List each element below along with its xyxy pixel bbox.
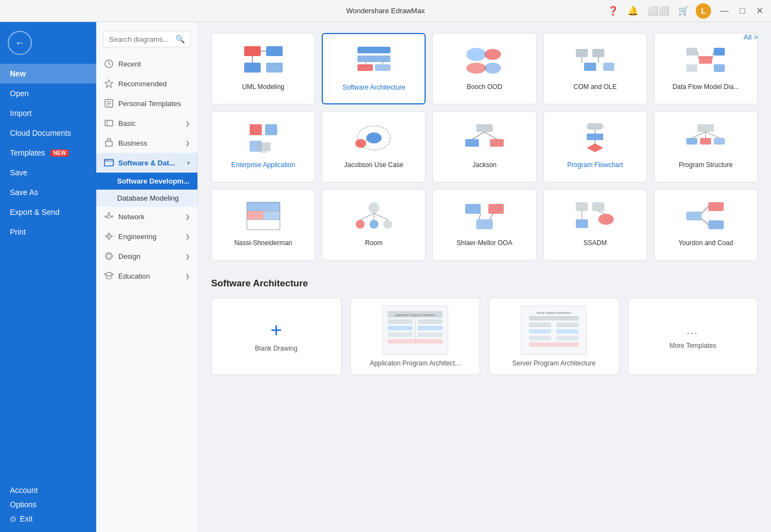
user-avatar[interactable]: L (696, 3, 711, 19)
svg-rect-75 (697, 124, 714, 132)
diagram-shlaer[interactable]: Shlaer-Mellor OOA (432, 189, 536, 261)
template-more[interactable]: … More Templates (628, 298, 758, 375)
svg-rect-101 (592, 202, 604, 211)
chevron-business: ❯ (185, 140, 190, 146)
sidebar-item-export[interactable]: Export & Send (0, 202, 96, 222)
diagram-software-arch[interactable]: Software Architecture (322, 33, 426, 104)
svg-rect-28 (266, 46, 283, 56)
svg-rect-114 (418, 319, 443, 324)
svg-rect-103 (576, 219, 588, 228)
diagram-program-struct[interactable]: Program Structure (654, 111, 758, 182)
chevron-engineering: ❯ (185, 234, 190, 240)
svg-line-94 (374, 213, 388, 220)
ssadm-label: SSADM (583, 239, 607, 248)
template-blank[interactable]: + Blank Drawing (211, 298, 342, 375)
diagram-nassi[interactable]: Nassi-Shneiderman (211, 189, 315, 261)
sidebar-label-save: Save (10, 168, 27, 177)
template-app-arch[interactable]: Application Program Architecture Applica… (350, 298, 481, 375)
category-software-dev[interactable]: Software Developm... (96, 173, 197, 190)
back-button[interactable]: ← (8, 31, 32, 55)
sidebar-item-cloud[interactable]: Cloud Documents (0, 123, 96, 143)
svg-marker-1 (105, 80, 113, 87)
bell-icon[interactable]: 🔔 (627, 5, 638, 16)
jacobson-icon (352, 120, 396, 156)
network-icon (104, 212, 114, 221)
diagram-booch[interactable]: Booch OOD (432, 33, 536, 104)
sidebar-item-import[interactable]: Import (0, 103, 96, 123)
category-education[interactable]: Education ❯ (96, 266, 197, 286)
main-layout: ← New Open Import Cloud Documents Templa… (0, 22, 771, 532)
close-button[interactable]: ✕ (754, 4, 766, 17)
apps-icon[interactable]: ⬜⬜ (647, 5, 669, 16)
svg-rect-56 (250, 124, 262, 135)
all-link[interactable]: All > (744, 33, 758, 41)
category-design[interactable]: Design ❯ (96, 246, 197, 266)
svg-point-14 (108, 213, 110, 214)
svg-rect-129 (529, 342, 579, 347)
svg-rect-78 (714, 138, 725, 145)
svg-rect-36 (375, 64, 390, 71)
category-personal[interactable]: Personal Templates (96, 93, 197, 113)
svg-rect-96 (488, 204, 504, 214)
sidebar-middle: 🔍 Recent Recommended Personal Templates (96, 22, 198, 532)
svg-point-39 (466, 48, 486, 61)
diagram-dataflow[interactable]: Data Flow Model Dia... (654, 33, 758, 104)
diagram-jacobson[interactable]: Jacobson Use Case (322, 111, 426, 182)
svg-point-42 (484, 63, 501, 74)
sidebar-item-exit[interactable]: ⊙ Exit (10, 514, 86, 523)
minimize-button[interactable]: — (718, 5, 731, 17)
diagram-enterprise[interactable]: Enterprise Application (211, 111, 315, 182)
diagram-jackson[interactable]: Jackson (432, 111, 536, 182)
cart-icon[interactable]: 🛒 (678, 5, 689, 16)
svg-rect-107 (708, 220, 724, 229)
enterprise-icon (241, 120, 285, 156)
category-basic[interactable]: Basic ❯ (96, 113, 197, 133)
diagram-grid: UML Modeling Software Architecture (211, 33, 758, 261)
category-business[interactable]: Business ❯ (96, 133, 197, 153)
chevron-software: ▾ (187, 160, 190, 166)
sidebar-item-print[interactable]: Print (0, 222, 96, 242)
com-label: COM and OLE (574, 83, 617, 92)
svg-line-69 (484, 132, 497, 139)
category-database[interactable]: Database Modeling (96, 190, 197, 207)
svg-rect-100 (576, 202, 588, 211)
sidebar-item-save[interactable]: Save (0, 163, 96, 182)
svg-point-15 (112, 216, 113, 218)
diagram-com[interactable]: COM and OLE (543, 33, 647, 104)
template-server-label: Server Program Architecture (513, 359, 596, 367)
svg-rect-43 (576, 49, 588, 57)
category-network[interactable]: Network ❯ (96, 207, 197, 226)
svg-rect-50 (714, 48, 725, 56)
template-blank-label: Blank Drawing (255, 345, 298, 352)
sidebar-item-account[interactable]: Account (10, 486, 86, 495)
svg-rect-108 (686, 212, 702, 220)
toolbar-icons: ❓ 🔔 ⬜⬜ 🛒 (608, 5, 689, 16)
sidebar-item-open[interactable]: Open (0, 84, 96, 103)
diagram-yourdon[interactable]: Yourdon and Coad (654, 189, 758, 261)
recent-icon (104, 59, 114, 69)
diagram-ssadm[interactable]: SSADM (543, 189, 647, 261)
restore-button[interactable]: □ (737, 5, 747, 17)
sidebar-label-new: New (10, 69, 26, 78)
help-icon[interactable]: ❓ (608, 5, 619, 16)
sidebar-item-saveas[interactable]: Save As (0, 182, 96, 202)
sidebar-item-templates[interactable]: Templates NEW (0, 143, 96, 163)
ssadm-icon (573, 198, 617, 234)
category-software[interactable]: Software & Dat... ▾ (96, 153, 197, 173)
search-icon: 🔍 (175, 35, 185, 43)
diagram-program-flow[interactable]: Program Flowchart (543, 111, 647, 182)
sidebar-item-new[interactable]: New (0, 64, 96, 84)
template-server-arch[interactable]: Server Program Architecture Server Progr… (489, 298, 619, 375)
sidebar-label-import: Import (10, 109, 32, 118)
search-input[interactable] (109, 35, 172, 43)
business-icon (104, 138, 114, 148)
category-recommended[interactable]: Recommended (96, 74, 197, 93)
diagram-room[interactable]: Room (322, 189, 426, 261)
sidebar-item-options[interactable]: Options (10, 500, 86, 509)
svg-marker-72 (587, 143, 603, 152)
category-recent[interactable]: Recent (96, 54, 197, 74)
diagram-uml[interactable]: UML Modeling (211, 33, 315, 104)
booch-label: Booch OOD (467, 83, 503, 92)
category-engineering[interactable]: Engineering ❯ (96, 226, 197, 246)
svg-rect-117 (388, 332, 412, 337)
